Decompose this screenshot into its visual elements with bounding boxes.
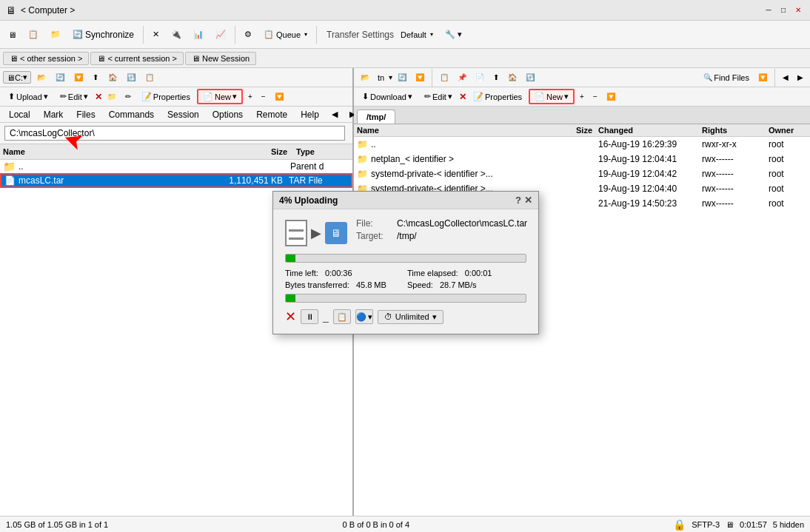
dialog-help-button[interactable]: ? (515, 195, 521, 206)
plus-button-left[interactable]: + (244, 90, 256, 103)
find-files-button[interactable]: 🔍Find Files (700, 71, 753, 84)
right-bookmark-button[interactable]: 📂 (357, 71, 373, 84)
up-dir-button[interactable]: ⬆ (89, 71, 102, 84)
delete-button-right[interactable]: ✕ (459, 92, 466, 102)
cancel-button[interactable]: ✕ (147, 27, 164, 42)
menu-files[interactable]: Files (70, 108, 101, 121)
queue-button[interactable]: 📋 Queue ▾ (258, 27, 312, 42)
reconnect-button[interactable]: 📁 (45, 27, 66, 42)
current-session-label: < current session > (107, 54, 177, 63)
right-file-row-0[interactable]: 📁.. 16-Aug-19 16:29:39 rwxr-xr-x root (354, 137, 810, 152)
menu-session[interactable]: Session (161, 108, 205, 121)
quickconnect-button[interactable]: 📋 (23, 27, 44, 42)
right-filter2-button[interactable]: 🔽 (754, 71, 771, 84)
menu-local[interactable]: Local (3, 108, 36, 121)
right-file-owner-4: root (766, 197, 810, 210)
right-filter-button[interactable]: 🔽 (412, 71, 428, 84)
dialog-close-button[interactable]: ✕ (524, 195, 532, 206)
disconnect-button[interactable]: 🔌 (166, 27, 187, 42)
right-col-header-changed[interactable]: Changed (595, 124, 699, 136)
properties-button-right[interactable]: 📝 Properties (468, 90, 527, 104)
synchronize-button[interactable]: 🔄 Synchronize (67, 27, 139, 43)
right-file-row-1[interactable]: 📁netplan_< identifier > 19-Aug-19 12:04:… (354, 152, 810, 166)
fwd-right-button[interactable]: ▶ (794, 71, 807, 84)
right-refresh3-button[interactable]: 🔃 (522, 71, 538, 84)
file-row-mcaslc[interactable]: 📄 mcasLC.tar 1,110,451 KB TAR File (0, 173, 352, 188)
right-col-header-rights[interactable]: Rights (699, 124, 766, 136)
home-button[interactable]: 🏠 (104, 71, 121, 84)
right-col-header-size[interactable]: Size (536, 124, 595, 136)
right-home-button[interactable]: 🏠 (504, 71, 521, 84)
right-copy2-button[interactable]: 📄 (472, 71, 488, 84)
left-path-input[interactable] (4, 126, 345, 141)
right-up-button[interactable]: ⬆ (489, 71, 503, 84)
new-session-button[interactable]: 🖥 New Session (185, 52, 256, 65)
status-right-text: 0 B of 0 B in 0 of 4 (337, 520, 674, 529)
refresh2-button[interactable]: 🔃 (123, 71, 139, 84)
minus-right[interactable]: − (589, 90, 601, 103)
transfer-icon-button[interactable]: 🔧 ▾ (440, 27, 467, 42)
current-session-button[interactable]: 🖥 < current session > (90, 52, 184, 65)
toggle-left-panel-button[interactable]: 📊 (188, 27, 209, 42)
menu-commands[interactable]: Commands (103, 108, 160, 121)
new-icon-left: 📄 (203, 92, 213, 101)
col-header-name[interactable]: Name (0, 146, 219, 158)
col-header-type[interactable]: Type (293, 146, 352, 158)
menu-help[interactable]: Help (295, 108, 325, 121)
file-row-parent[interactable]: 📁 .. Parent d (0, 160, 352, 173)
progress-bar-2-fill (286, 294, 295, 302)
right-col-header-owner[interactable]: Owner (766, 124, 810, 136)
settings-button[interactable]: ⚙ (239, 27, 257, 42)
pause-button[interactable]: ⏸ (301, 309, 318, 324)
quickconnect-icon: 📋 (28, 30, 39, 39)
status-bar: 1.05 GB of 1.05 GB in 1 of 1 0 B of 0 B … (0, 516, 810, 532)
drive-selector[interactable]: 🖥 C: ▾ (3, 71, 31, 84)
bookmark-button[interactable]: 📂 (33, 71, 50, 84)
toggle-right-panel-button[interactable]: 📈 (210, 27, 231, 42)
menu-remote[interactable]: Remote (250, 108, 293, 121)
close-button[interactable]: ✕ (792, 4, 804, 16)
other-session-button[interactable]: 🖥 < other session > (3, 52, 89, 65)
maximize-button[interactable]: □ (777, 4, 789, 16)
right-copy-button[interactable]: 📋 (436, 71, 452, 84)
new-button-left[interactable]: 📄 New ▾ (197, 89, 243, 104)
col-header-size[interactable]: Size (219, 146, 293, 158)
rename-button-left[interactable]: ✏ (121, 90, 135, 103)
back-button-left[interactable]: ◀ (327, 107, 343, 121)
plus-right[interactable]: + (576, 90, 588, 103)
new-folder-button-left[interactable]: 📁 (104, 90, 120, 103)
queue-action-button[interactable]: 📋 (333, 309, 351, 324)
folder-icon-2: 📁 (357, 169, 368, 179)
refresh-button[interactable]: 🔄 (52, 71, 68, 84)
minimize-transfer-button[interactable]: _ (323, 311, 329, 323)
dialog-actions: ✕ ⏸ _ 📋 🔵 ▾ ⏱ Unlimited ▾ (285, 309, 526, 325)
open-site-manager-button[interactable]: 🖥 (3, 27, 21, 42)
filter-toggle-button[interactable]: 🔽 (70, 71, 87, 84)
tab-tmp[interactable]: /tmp/ (357, 110, 395, 124)
back-right-button[interactable]: ◀ (779, 71, 792, 84)
download-button[interactable]: ⬇ Download ▾ (357, 90, 418, 104)
menu-mark[interactable]: Mark (38, 108, 70, 121)
minus-button-left[interactable]: − (258, 90, 270, 103)
speed-limit-button[interactable]: 🔵 ▾ (355, 309, 373, 324)
right-bookmark2-button[interactable]: 📌 (454, 71, 470, 84)
properties-button-left[interactable]: 📝 Properties (136, 90, 195, 104)
unlimited-button[interactable]: ⏱ Unlimited ▾ (378, 310, 444, 324)
cancel-transfer-button[interactable]: ✕ (285, 309, 296, 325)
right-refresh-button[interactable]: 🔄 (394, 71, 410, 84)
filter-button-left[interactable]: 🔽 (271, 90, 287, 103)
edit-button-left[interactable]: ✏ Edit ▾ (55, 90, 93, 104)
minimize-button[interactable]: ─ (763, 4, 774, 16)
edit-button-right[interactable]: ✏ Edit ▾ (419, 90, 458, 104)
upload-button[interactable]: ⬆ Upload ▾ (3, 90, 53, 104)
dialog-title-bar[interactable]: 4% Uploading ? ✕ (273, 192, 538, 209)
right-col-header-name[interactable]: Name (354, 124, 536, 136)
right-file-name-2: 📁systemd-private-< identifier >... (354, 167, 536, 181)
right-file-row-2[interactable]: 📁systemd-private-< identifier >... 19-Au… (354, 166, 810, 181)
new-button-right[interactable]: 📄 New ▾ (529, 89, 575, 104)
menu-options[interactable]: Options (207, 108, 249, 121)
transfer-settings-dropdown[interactable]: Default ▾ (395, 27, 438, 42)
filter-right[interactable]: 🔽 (603, 90, 619, 103)
delete-button-left[interactable]: ✕ (95, 92, 102, 102)
copy-button[interactable]: 📋 (141, 71, 158, 84)
